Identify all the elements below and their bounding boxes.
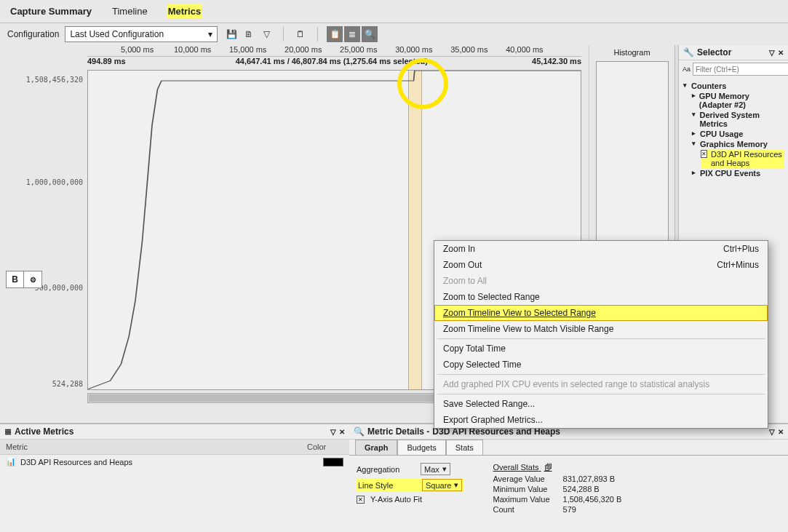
selector-filter-input[interactable] bbox=[693, 63, 788, 76]
close-icon[interactable]: ✕ bbox=[778, 49, 784, 57]
search-icon[interactable]: 🔍 bbox=[362, 26, 378, 42]
search-small-icon: 🔍 bbox=[354, 426, 365, 437]
metric-details-title-prefix: Metric Details - bbox=[367, 426, 429, 437]
ruler-tick: 25,000 ms bbox=[340, 45, 377, 54]
range-end: 45,142.30 ms bbox=[532, 57, 581, 65]
linestyle-label: Line Style bbox=[358, 481, 416, 490]
active-metric-name: D3D API Resources and Heaps bbox=[20, 458, 319, 467]
list-small-icon: ≣ bbox=[4, 426, 12, 437]
save-icon[interactable]: 💾 bbox=[223, 26, 239, 42]
save-as-icon[interactable]: 🗎 bbox=[241, 26, 257, 42]
ruler-tick: 20,000 ms bbox=[284, 45, 322, 54]
aggregation-label: Aggregation bbox=[357, 465, 415, 474]
tab-capture-summary[interactable]: Capture Summary bbox=[9, 4, 93, 18]
ctx-zoom-out[interactable]: Zoom OutCtrl+Minus bbox=[434, 257, 768, 273]
details-tab-stats[interactable]: Stats bbox=[446, 440, 483, 455]
configuration-select[interactable]: Last Used Configuration ▾ bbox=[65, 26, 218, 42]
filter-icon[interactable]: ▽ bbox=[258, 26, 274, 42]
selector-title: Selector bbox=[697, 47, 731, 57]
range-selection-info: 44,647.41 ms / 46,807.84 ms (1,275.64 ms… bbox=[236, 57, 428, 65]
checkbox-d3d-api[interactable]: ✕ bbox=[701, 150, 707, 158]
ctx-zoom-timeline-selected[interactable]: Zoom Timeline View to Selected Range bbox=[434, 305, 768, 321]
col-metric[interactable]: Metric bbox=[6, 442, 307, 451]
ctx-zoom-timeline-match[interactable]: Zoom Timeline View to Match Visible Rang… bbox=[434, 321, 768, 337]
ctx-save-range[interactable]: Save Selected Range... bbox=[434, 396, 768, 412]
tree-counters[interactable]: Counters bbox=[691, 82, 726, 90]
tree-pix-cpu-events[interactable]: PIX CPU Events bbox=[700, 169, 760, 178]
stat-max-value: 1,508,456,320 B bbox=[563, 495, 622, 504]
collapse-icon[interactable]: ▽ bbox=[769, 428, 775, 436]
overall-stats-title: Overall Stats bbox=[493, 463, 538, 472]
ctx-zoom-selected[interactable]: Zoom to Selected Range bbox=[434, 289, 768, 305]
clipboard-icon[interactable]: 📋 bbox=[327, 26, 343, 42]
ctx-add-graphed: Add graphed PIX CPU events in selected r… bbox=[434, 376, 768, 392]
tree-graphics-memory[interactable]: Graphics Memory bbox=[700, 140, 768, 148]
stat-min-value: 524,288 B bbox=[563, 485, 622, 493]
tree-gpu-memory[interactable]: GPU Memory (Adapter #2) bbox=[699, 92, 784, 109]
close-icon[interactable]: ✕ bbox=[778, 428, 784, 436]
color-swatch[interactable] bbox=[323, 458, 343, 467]
ctx-export-metrics[interactable]: Export Graphed Metrics... bbox=[434, 412, 768, 428]
stat-count-value: 579 bbox=[563, 505, 622, 514]
y-axis-label: 1,000,000,000 bbox=[26, 178, 83, 186]
details-tab-graph[interactable]: Graph bbox=[355, 440, 397, 455]
close-icon[interactable]: ✕ bbox=[339, 428, 345, 436]
context-menu: Zoom InCtrl+Plus Zoom OutCtrl+Minus Zoom… bbox=[434, 240, 768, 429]
gear-icon[interactable]: ⚙ bbox=[24, 271, 41, 287]
chart-small-icon: 📊 bbox=[6, 457, 16, 467]
time-ruler[interactable]: 5,000 ms 10,000 ms 15,000 ms 20,000 ms 2… bbox=[87, 45, 581, 57]
ruler-tick: 35,000 ms bbox=[450, 45, 487, 54]
tab-metrics[interactable]: Metrics bbox=[167, 4, 203, 18]
stat-min-label: Minimum Value bbox=[493, 485, 549, 493]
yaxis-autofit-label: Y-Axis Auto Fit bbox=[370, 495, 422, 504]
stat-avg-value: 831,027,893 B bbox=[563, 475, 622, 483]
collapse-icon[interactable]: ▽ bbox=[769, 49, 775, 57]
collapse-icon[interactable]: ▽ bbox=[330, 428, 336, 436]
text-case-icon[interactable]: Aa bbox=[682, 65, 691, 73]
tab-timeline[interactable]: Timeline bbox=[111, 4, 149, 18]
ctx-copy-total[interactable]: Copy Total Time bbox=[434, 341, 768, 357]
stat-max-label: Maximum Value bbox=[493, 495, 549, 504]
ctx-zoom-all: Zoom to All bbox=[434, 273, 768, 289]
aggregation-select[interactable]: Max▾ bbox=[421, 463, 450, 475]
list-icon[interactable]: ≣ bbox=[344, 26, 360, 42]
ctx-zoom-in[interactable]: Zoom InCtrl+Plus bbox=[434, 241, 768, 257]
chart-side-buttons: B ⚙ bbox=[6, 271, 42, 288]
tree-derived-metrics[interactable]: Derived System Metrics bbox=[699, 111, 784, 128]
configuration-value: Last Used Configuration bbox=[70, 29, 164, 39]
ctx-copy-selected[interactable]: Copy Selected Time bbox=[434, 357, 768, 373]
tree-d3d-api-resources[interactable]: D3D API Resources and Heaps bbox=[711, 150, 784, 167]
active-metric-row[interactable]: 📊 D3D API Resources and Heaps bbox=[0, 455, 349, 469]
details-tab-budgets[interactable]: Budgets bbox=[397, 440, 445, 455]
copy-icon[interactable]: 🗐 bbox=[544, 463, 552, 472]
active-metrics-title: Active Metrics bbox=[15, 426, 73, 437]
linestyle-select[interactable]: Square▾ bbox=[422, 479, 462, 491]
histogram-label: Histogram bbox=[613, 48, 650, 57]
y-axis-label: 524,288 bbox=[52, 380, 83, 388]
toggle-b-button[interactable]: B bbox=[7, 271, 24, 287]
stat-count-label: Count bbox=[493, 505, 549, 514]
wrench-icon: 🔧 bbox=[683, 47, 694, 57]
range-start: 494.89 ms bbox=[87, 57, 126, 65]
configuration-label: Configuration bbox=[7, 29, 59, 39]
stat-avg-label: Average Value bbox=[493, 475, 549, 483]
ruler-tick: 10,000 ms bbox=[174, 45, 211, 54]
ruler-tick: 5,000 ms bbox=[121, 45, 154, 54]
yaxis-autofit-checkbox[interactable]: ✕ bbox=[357, 496, 365, 504]
dropdown-icon: ▾ bbox=[208, 29, 212, 39]
page-icon[interactable]: 🗒 bbox=[292, 26, 309, 42]
ruler-tick: 30,000 ms bbox=[395, 45, 432, 54]
ruler-tick: 15,000 ms bbox=[229, 45, 266, 54]
tree-cpu-usage[interactable]: CPU Usage bbox=[700, 130, 743, 138]
col-color[interactable]: Color bbox=[307, 442, 343, 451]
ruler-tick: 40,000 ms bbox=[506, 45, 543, 54]
y-axis-label: 1,508,456,320 bbox=[26, 76, 83, 84]
